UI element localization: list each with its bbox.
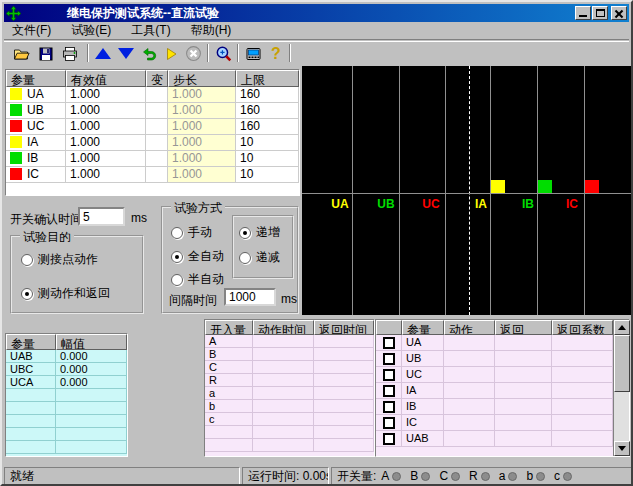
close-button[interactable] bbox=[611, 6, 627, 20]
param-vary-cell[interactable] bbox=[146, 119, 168, 135]
interval-input[interactable] bbox=[224, 288, 276, 306]
param-limit-cell[interactable]: 160 bbox=[236, 103, 299, 119]
param-step-cell[interactable]: 1.000 bbox=[168, 87, 236, 103]
param-vary-cell[interactable] bbox=[146, 135, 168, 151]
reset-button[interactable] bbox=[138, 43, 160, 64]
param-value-cell[interactable]: 1.000 bbox=[66, 167, 146, 183]
result-row: UAB bbox=[376, 431, 613, 447]
test-purpose-title: 试验目的 bbox=[20, 229, 74, 246]
param-step-cell[interactable]: 1.000 bbox=[168, 135, 236, 151]
amp-param: UAB bbox=[6, 350, 56, 363]
param-step-cell[interactable]: 1.000 bbox=[168, 167, 236, 183]
channel-color-swatch bbox=[10, 152, 22, 164]
param-vary-cell[interactable] bbox=[146, 103, 168, 119]
result-row: UB bbox=[376, 351, 613, 367]
start-button[interactable] bbox=[160, 43, 182, 64]
amp-value: 0.000 bbox=[56, 376, 127, 389]
save-button[interactable] bbox=[35, 43, 57, 64]
radio-contact-action[interactable]: 测接点动作 bbox=[21, 251, 98, 268]
param-limit-cell[interactable]: 10 bbox=[236, 135, 299, 151]
help-button[interactable]: ? bbox=[265, 43, 287, 64]
col-vary: 变 bbox=[146, 70, 168, 87]
param-limit-cell[interactable]: 10 bbox=[236, 151, 299, 167]
scrollbar-thumb[interactable] bbox=[614, 335, 630, 392]
app-icon bbox=[6, 6, 21, 21]
calculator-button[interactable] bbox=[242, 43, 264, 64]
close-icon bbox=[612, 7, 626, 19]
param-step-cell[interactable]: 1.000 bbox=[168, 151, 236, 167]
radio-action-and-return[interactable]: 测动作和返回 bbox=[21, 285, 110, 302]
radio-increase[interactable]: 递增 bbox=[239, 224, 280, 241]
menu-file[interactable]: 文件(F) bbox=[6, 21, 57, 40]
step-up-button[interactable] bbox=[92, 43, 114, 64]
print-button[interactable] bbox=[59, 43, 81, 64]
radio-full-auto[interactable]: 全自动 bbox=[171, 248, 224, 265]
channel-color-swatch bbox=[10, 136, 22, 148]
param-value-cell[interactable]: 1.000 bbox=[66, 135, 146, 151]
channel-color-swatch bbox=[10, 104, 22, 116]
checkbox[interactable] bbox=[383, 337, 395, 349]
window-title: 继电保护测试系统--直流试验 bbox=[67, 5, 219, 22]
scroll-down-button[interactable] bbox=[614, 441, 630, 456]
switch-name: R bbox=[469, 469, 478, 484]
checkbox[interactable] bbox=[383, 353, 395, 365]
checkbox[interactable] bbox=[383, 417, 395, 429]
chart-gridline bbox=[352, 66, 353, 315]
zoom-button[interactable] bbox=[212, 43, 234, 64]
interval-unit: ms bbox=[281, 292, 297, 306]
param-vary-cell[interactable] bbox=[146, 167, 168, 183]
scroll-up-icon bbox=[618, 325, 626, 330]
maximize-button[interactable] bbox=[592, 6, 608, 20]
menu-test[interactable]: 试验(E) bbox=[65, 21, 117, 40]
result-row: IA bbox=[376, 383, 613, 399]
param-name: IC bbox=[27, 167, 39, 181]
vertical-scrollbar[interactable] bbox=[613, 320, 629, 456]
minimize-icon bbox=[579, 15, 587, 17]
checkbox[interactable] bbox=[383, 385, 395, 397]
param-vary-cell[interactable] bbox=[146, 151, 168, 167]
col-value: 有效值 bbox=[66, 70, 146, 87]
radio-manual[interactable]: 手动 bbox=[171, 224, 212, 241]
param-value-cell[interactable]: 1.000 bbox=[66, 87, 146, 103]
toolbar-separator bbox=[207, 44, 209, 62]
param-row-ua: UA 1.000 1.000 160 bbox=[6, 87, 299, 103]
open-button[interactable] bbox=[10, 43, 32, 64]
param-value-cell[interactable]: 1.000 bbox=[66, 151, 146, 167]
checkbox[interactable] bbox=[383, 401, 395, 413]
channel-label-ib: IB bbox=[515, 197, 541, 211]
digital-input-table: 开入量 动作时间 返回时间 A B C R a b c bbox=[204, 319, 375, 457]
param-value-cell[interactable]: 1.000 bbox=[66, 119, 146, 135]
checkbox[interactable] bbox=[383, 433, 395, 445]
input-row: C bbox=[205, 361, 374, 374]
param-value-cell[interactable]: 1.000 bbox=[66, 103, 146, 119]
param-limit-cell[interactable]: 160 bbox=[236, 87, 299, 103]
scroll-up-button[interactable] bbox=[614, 320, 630, 335]
param-limit-cell[interactable]: 10 bbox=[236, 167, 299, 183]
stop-button[interactable] bbox=[182, 43, 204, 64]
channel-color-swatch bbox=[10, 120, 22, 132]
magnifier-icon bbox=[215, 45, 232, 62]
param-vary-cell[interactable] bbox=[146, 87, 168, 103]
scroll-down-icon bbox=[618, 446, 626, 451]
menu-tools[interactable]: 工具(T) bbox=[125, 21, 176, 40]
switch-indicator-icon bbox=[451, 472, 460, 481]
switch-name: A bbox=[381, 469, 389, 484]
step-down-button[interactable] bbox=[115, 43, 137, 64]
param-step-cell[interactable]: 1.000 bbox=[168, 103, 236, 119]
param-step-cell[interactable]: 1.000 bbox=[168, 119, 236, 135]
channel-label-uc: UC bbox=[418, 197, 444, 211]
confirm-time-input[interactable] bbox=[78, 207, 125, 226]
confirm-time-unit: ms bbox=[131, 211, 147, 225]
switch-name: a bbox=[499, 469, 506, 484]
parameter-table: 参量 有效值 变 步长 上限 UA 1.000 1.000 160 UB 1.0… bbox=[5, 69, 300, 196]
radio-semi-auto[interactable]: 半自动 bbox=[171, 271, 224, 288]
minimize-button[interactable] bbox=[575, 6, 591, 20]
checkbox[interactable] bbox=[383, 369, 395, 381]
input-row: A bbox=[205, 335, 374, 348]
menu-help[interactable]: 帮助(H) bbox=[185, 21, 238, 40]
parameter-table-header: 参量 有效值 变 步长 上限 bbox=[6, 70, 299, 87]
param-row-ub: UB 1.000 1.000 160 bbox=[6, 103, 299, 119]
radio-decrease[interactable]: 递减 bbox=[239, 249, 280, 266]
param-limit-cell[interactable]: 160 bbox=[236, 119, 299, 135]
marker-ib bbox=[538, 180, 552, 193]
